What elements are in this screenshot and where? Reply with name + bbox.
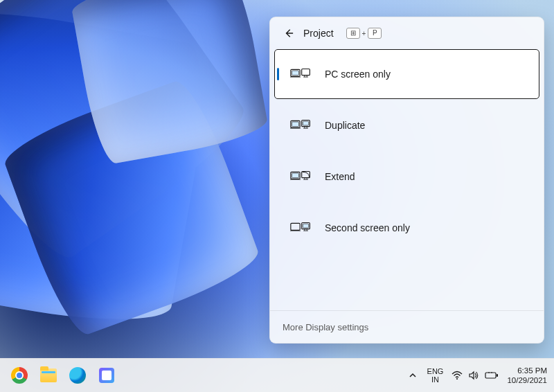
keyboard-layout: IN xyxy=(427,375,444,384)
chrome-icon xyxy=(11,367,28,384)
project-flyout-footer: More Display settings xyxy=(270,310,544,343)
svg-rect-8 xyxy=(292,173,299,178)
svg-rect-10 xyxy=(291,223,300,230)
app-icon xyxy=(99,368,114,383)
svg-rect-12 xyxy=(303,224,308,228)
taskbar-pinned-apps xyxy=(7,363,119,388)
option-second-screen-only[interactable]: Second screen only xyxy=(274,203,539,253)
svg-rect-15 xyxy=(497,374,498,377)
svg-rect-2 xyxy=(302,69,310,75)
more-display-settings-link[interactable]: More Display settings xyxy=(283,322,368,332)
option-pc-screen-only[interactable]: PC screen only xyxy=(274,49,539,99)
clock[interactable]: 6:35 PM 10/29/2021 xyxy=(507,366,547,385)
win-key-icon: ⊞ xyxy=(346,28,360,39)
p-key: P xyxy=(368,28,382,39)
chevron-up-icon xyxy=(409,371,417,380)
project-flyout-header: Project ⊞ + P xyxy=(270,17,544,48)
duplicate-icon xyxy=(289,118,312,132)
wifi-icon xyxy=(452,371,463,380)
edge-app[interactable] xyxy=(65,363,90,388)
clock-time: 6:35 PM xyxy=(507,366,547,375)
svg-point-13 xyxy=(456,378,458,380)
arrow-left-icon xyxy=(284,28,294,38)
chrome-app[interactable] xyxy=(7,363,32,388)
svg-rect-14 xyxy=(485,373,496,378)
language-indicator[interactable]: ENG IN xyxy=(427,367,444,384)
panel-title: Project xyxy=(303,28,334,39)
language-code: ENG xyxy=(427,367,444,375)
project-flyout: Project ⊞ + P PC screen only xyxy=(269,17,544,344)
taskbar-system-tray: ENG IN 6:35 PM 10/29/2021 xyxy=(406,366,547,385)
svg-rect-6 xyxy=(303,121,308,125)
svg-rect-4 xyxy=(292,122,299,127)
option-label: PC screen only xyxy=(325,69,391,80)
second-screen-only-icon xyxy=(289,221,312,235)
option-label: Extend xyxy=(325,171,355,182)
battery-icon xyxy=(485,371,499,380)
back-button[interactable] xyxy=(283,27,295,39)
pinned-app[interactable] xyxy=(94,363,119,388)
pc-screen-only-icon xyxy=(289,67,312,81)
system-icons-group[interactable] xyxy=(452,371,499,380)
keyboard-shortcut-hint: ⊞ + P xyxy=(346,28,382,39)
edge-icon xyxy=(69,367,86,384)
clock-date: 10/29/2021 xyxy=(507,375,547,385)
folder-icon xyxy=(40,368,57,382)
volume-icon xyxy=(468,371,479,380)
taskbar: ENG IN 6:35 PM 10/29/2021 xyxy=(0,358,554,392)
option-extend[interactable]: Extend xyxy=(274,152,539,202)
plus-separator: + xyxy=(362,30,366,37)
tray-overflow-button[interactable] xyxy=(406,366,419,385)
option-label: Duplicate xyxy=(325,120,365,131)
svg-rect-1 xyxy=(292,71,299,75)
file-explorer-app[interactable] xyxy=(36,363,61,388)
project-options-list: PC screen only Duplicate xyxy=(270,48,544,310)
extend-icon xyxy=(289,170,312,184)
option-label: Second screen only xyxy=(325,222,410,233)
option-duplicate[interactable]: Duplicate xyxy=(274,100,539,150)
